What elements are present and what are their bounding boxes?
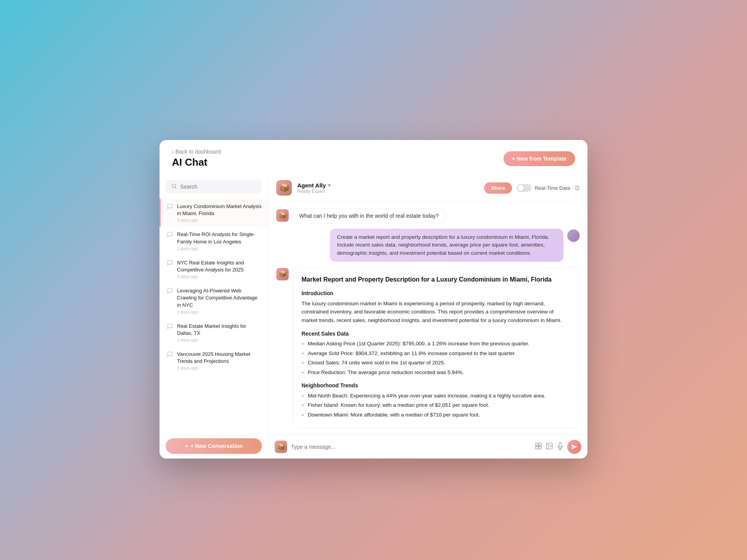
send-button[interactable] — [567, 440, 581, 454]
search-icon — [171, 183, 177, 190]
svg-line-1 — [175, 187, 176, 188]
chat-icon — [167, 260, 173, 268]
report-card: Market Report and Property Description f… — [293, 267, 580, 428]
chat-list-item[interactable]: NYC Real Estate Insights and Competitive… — [160, 255, 268, 283]
report-title: Market Report and Property Description f… — [302, 275, 571, 285]
chat-header: 📦 Agent Ally ▾ Realty Expert Share Real-… — [268, 175, 587, 201]
chat-item-time: 2 days ago — [177, 218, 262, 222]
svg-rect-5 — [539, 446, 542, 449]
agent-avatar-sm: 📦 — [276, 209, 289, 222]
chat-icon — [167, 351, 173, 359]
message-input[interactable] — [291, 444, 531, 450]
list-item: Median Asking Price (1st Quarter 2025): … — [308, 340, 571, 348]
greeting-message: 📦 What can I help you with in the world … — [276, 208, 580, 223]
app-window: ‹ Back to dashboard AI Chat + New from T… — [160, 140, 587, 458]
new-conversation-button[interactable]: + + New Conversation — [166, 438, 262, 454]
report-message: 📦 Market Report and Property Description… — [276, 267, 580, 428]
chat-item-time: 2 days ago — [177, 274, 262, 279]
copy-icon[interactable]: ⧉ — [575, 184, 580, 192]
list-item: Downtown Miami: More affordable, with a … — [308, 411, 571, 419]
user-avatar — [567, 229, 580, 242]
chat-list-item[interactable]: Real-Time ROI Analysis for Single-Family… — [160, 227, 268, 255]
attach-button[interactable] — [535, 442, 542, 452]
sidebar: Luxury Condominium Market Analysis in Mi… — [160, 175, 268, 458]
chat-item-title: Leveraging AI-Powered Web Crawling for C… — [177, 287, 262, 309]
agent-name-row[interactable]: Agent Ally ▾ — [297, 182, 479, 189]
back-link[interactable]: ‹ Back to dashboard — [172, 149, 221, 155]
realtime-toggle[interactable] — [517, 184, 531, 192]
chat-list-item[interactable]: Leveraging AI-Powered Web Crawling for C… — [160, 283, 268, 318]
app-header: ‹ Back to dashboard AI Chat + New from T… — [160, 140, 587, 175]
neighborhood-list: Mid-North Beach: Experiencing a 44% year… — [308, 392, 571, 419]
chat-item-title: Vancouver 2025 Housing Market Trends and… — [177, 351, 262, 365]
voice-button[interactable] — [556, 442, 564, 452]
list-item: Average Sold Price: $904,372, exhibiting… — [308, 349, 571, 358]
list-item: Price Reduction: The average price reduc… — [308, 368, 571, 377]
agent-avatar-sm-2: 📦 — [276, 268, 289, 280]
list-item: Fisher Island: Known for luxury, with a … — [308, 401, 571, 410]
plus-icon: + — [185, 443, 188, 449]
chat-list: Luxury Condominium Market Analysis in Mi… — [160, 197, 268, 434]
realtime-label: Real-Time Data — [535, 185, 570, 191]
chat-item-title: Luxury Condominium Market Analysis in Mi… — [177, 203, 262, 217]
messages-area: 📦 What can I help you with in the world … — [268, 201, 587, 435]
chat-icon — [167, 231, 173, 239]
chat-list-item[interactable]: Luxury Condominium Market Analysis in Mi… — [160, 199, 268, 227]
chat-item-title: Real-Time ROI Analysis for Single-Family… — [177, 231, 262, 245]
svg-point-7 — [548, 444, 549, 446]
chat-header-actions: Share Real-Time Data ⧉ — [484, 182, 580, 194]
share-button[interactable]: Share — [484, 182, 512, 194]
agent-name: Agent Ally — [297, 182, 326, 189]
chat-area: 📦 Agent Ally ▾ Realty Expert Share Real-… — [268, 175, 587, 458]
new-conversation-label: + New Conversation — [190, 443, 242, 449]
page-title: AI Chat — [172, 156, 221, 168]
new-template-button[interactable]: + New from Template — [503, 151, 575, 166]
header-left: ‹ Back to dashboard AI Chat — [172, 149, 221, 168]
report-intro-text: The luxury condominium market in Miami i… — [302, 299, 571, 325]
search-wrap — [160, 175, 268, 197]
toggle-knob — [517, 185, 524, 191]
input-agent-icon: 📦 — [275, 441, 287, 453]
report-neighborhood-label: Neighborhood Trends — [302, 381, 571, 390]
chevron-left-icon: ‹ — [172, 149, 174, 155]
user-bubble: Create a market report and property desc… — [330, 229, 563, 262]
list-item: Mid-North Beach: Experiencing a 44% year… — [308, 392, 571, 400]
agent-role: Realty Expert — [297, 189, 479, 194]
chat-item-time: 2 days ago — [177, 246, 262, 251]
report-sales-label: Recent Sales Data — [302, 329, 571, 338]
chat-icon — [167, 288, 173, 296]
chat-icon — [167, 203, 173, 211]
report-intro-label: Introduction — [302, 289, 571, 298]
input-actions — [535, 440, 581, 454]
chat-icon — [167, 323, 173, 331]
svg-rect-4 — [536, 446, 538, 449]
chevron-down-icon: ▾ — [328, 182, 331, 188]
search-box — [166, 180, 262, 193]
chat-input-area: 📦 — [268, 435, 587, 458]
recent-sales-list: Median Asking Price (1st Quarter 2025): … — [308, 340, 571, 376]
list-item: Closed Sales: 74 units were sold in the … — [308, 359, 571, 367]
greeting-bubble: What can I help you with in the world of… — [293, 208, 445, 223]
agent-avatar: 📦 — [276, 180, 292, 196]
svg-rect-3 — [539, 443, 542, 446]
agent-info: Agent Ally ▾ Realty Expert — [297, 182, 479, 194]
chat-item-title: NYC Real Estate Insights and Competitive… — [177, 259, 262, 273]
chat-item-time: 2 days ago — [177, 310, 262, 314]
image-button[interactable] — [545, 442, 553, 452]
chat-item-time: 2 days ago — [177, 366, 262, 370]
back-label: Back to dashboard — [175, 149, 221, 155]
search-input[interactable] — [180, 184, 256, 190]
chat-item-title: Real Estate Market Insights for Dallas, … — [177, 323, 262, 337]
svg-rect-2 — [536, 443, 538, 446]
chat-list-item[interactable]: Real Estate Market Insights for Dallas, … — [160, 318, 268, 346]
chat-list-item[interactable]: Vancouver 2025 Housing Market Trends and… — [160, 346, 268, 374]
main-body: Luxury Condominium Market Analysis in Mi… — [160, 175, 587, 458]
user-message: Create a market report and property desc… — [276, 229, 580, 262]
chat-item-time: 2 days ago — [177, 338, 262, 342]
realtime-toggle-wrap: Real-Time Data — [517, 184, 570, 192]
